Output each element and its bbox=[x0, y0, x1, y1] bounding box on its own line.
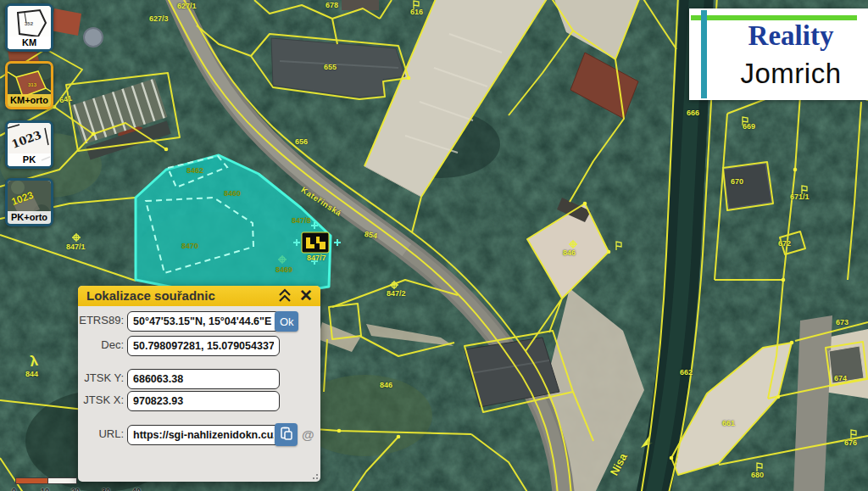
collapse-icon[interactable] bbox=[276, 287, 293, 304]
logo-line2: Jomrich bbox=[723, 58, 859, 90]
layer-button-label: PK+orto bbox=[8, 211, 51, 224]
layer-button-label: KM bbox=[8, 36, 51, 49]
layer-button-km-orto[interactable]: 313 KM+orto bbox=[5, 61, 53, 109]
url-label: URL: bbox=[78, 427, 124, 440]
dec-input[interactable] bbox=[127, 336, 280, 356]
map-scalebar bbox=[15, 477, 77, 484]
dec-label: Dec: bbox=[78, 338, 124, 351]
dialog-title: Lokalizace souřadnic bbox=[86, 288, 215, 303]
jtsk-y-label: JTSK Y: bbox=[78, 371, 124, 384]
etrs89-label: ETRS89: bbox=[78, 314, 124, 326]
scalebar-tick: 10 bbox=[41, 487, 49, 491]
layer-button-label: PK bbox=[8, 153, 51, 166]
jtsk-x-label: JTSK X: bbox=[78, 393, 124, 406]
logo-line1: Reality bbox=[723, 20, 859, 52]
scalebar-segment-red bbox=[15, 477, 48, 484]
url-input[interactable] bbox=[127, 425, 280, 445]
layer-button-pk-orto[interactable]: 1023 PK+orto bbox=[5, 178, 53, 226]
scalebar-tick: 0 bbox=[12, 487, 16, 491]
scalebar-tick: 20 bbox=[71, 487, 80, 491]
ok-button[interactable]: Ok bbox=[275, 311, 298, 332]
map-viewer-app: λ 627/3 627/1 678 616 641 bbox=[0, 0, 868, 491]
close-icon[interactable]: ✕ bbox=[298, 287, 314, 304]
dialog-resize-handle[interactable] bbox=[311, 472, 318, 479]
coordinate-localization-dialog: Lokalizace souřadnic ✕ ETRS89: Ok Dec: J… bbox=[78, 286, 320, 482]
jtsk-y-input[interactable] bbox=[127, 369, 280, 389]
jtsk-x-input[interactable] bbox=[127, 391, 280, 411]
copy-url-button[interactable] bbox=[275, 423, 298, 446]
at-symbol[interactable]: @ bbox=[302, 427, 314, 442]
logo-teal-line bbox=[701, 10, 707, 98]
km-thumb-parcel-number: 352 bbox=[25, 21, 33, 26]
clipboard-icon bbox=[280, 427, 293, 440]
layer-button-label: KM+orto bbox=[8, 94, 51, 107]
scalebar-tick: 30 bbox=[102, 487, 110, 491]
layer-button-km[interactable]: 352 KM bbox=[5, 3, 53, 52]
reality-jomrich-logo: Reality Jomrich bbox=[689, 8, 868, 100]
etrs89-input[interactable] bbox=[127, 311, 280, 332]
dialog-titlebar[interactable]: Lokalizace souřadnic ✕ bbox=[78, 286, 320, 306]
scalebar-tick: 40 bbox=[132, 487, 141, 491]
km-orto-thumb-parcel-number: 313 bbox=[28, 82, 36, 87]
scalebar-segment-white bbox=[48, 477, 77, 484]
layer-button-pk[interactable]: 1023 PK bbox=[5, 120, 53, 169]
